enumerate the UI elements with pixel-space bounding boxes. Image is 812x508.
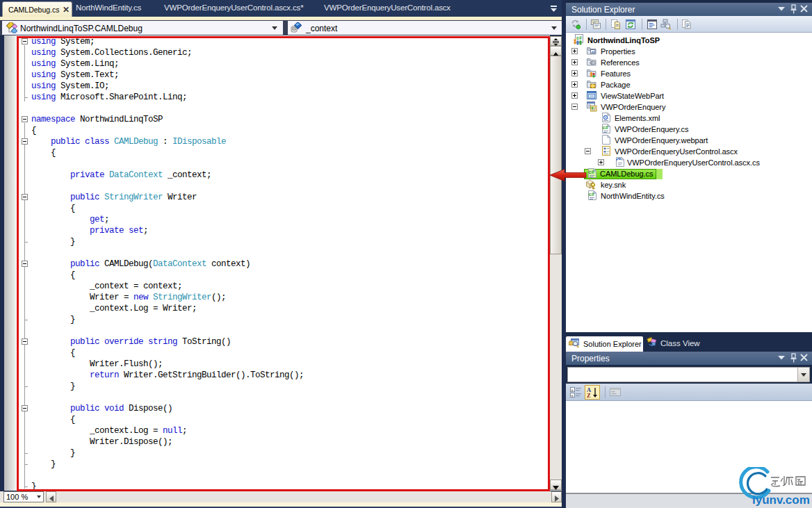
svg-text:c#: c#: [576, 35, 582, 40]
svg-text:c#: c#: [603, 124, 609, 131]
svg-text:c#: c#: [589, 169, 595, 175]
svg-text:+: +: [571, 393, 574, 398]
svg-text:iyunv.com: iyunv.com: [752, 493, 810, 507]
svg-text:Z: Z: [587, 392, 591, 398]
svg-text:+: +: [571, 388, 574, 392]
svg-text:c#: c#: [589, 191, 595, 197]
